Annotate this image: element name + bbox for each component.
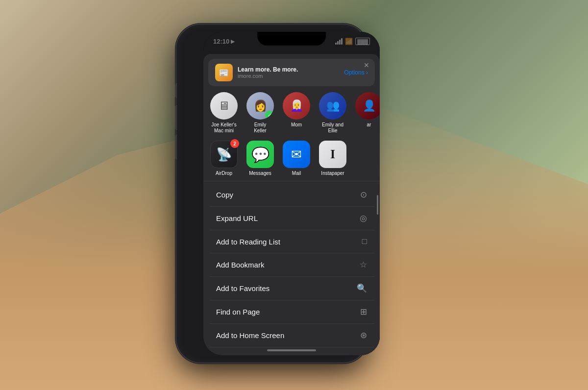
scroll-indicator: [377, 195, 378, 215]
contact-item-group[interactable]: 👥 Emily and Ellie: [318, 92, 347, 134]
ad-icon: 📰: [215, 64, 233, 81]
menu-item-home-screen-label: Add to Home Screen: [216, 331, 284, 340]
contact-name-mac: Joe Keller'sMac mini: [211, 122, 236, 134]
contact-avatar-emily: 👩 ✓: [246, 92, 274, 120]
airdrop-badge: 2: [230, 139, 239, 148]
menu-item-bookmark[interactable]: Add Bookmark ☆: [209, 253, 374, 277]
menu-item-bookmark-label: Add Bookmark: [216, 261, 264, 269]
menu-item-expand-url[interactable]: Expand URL ◎: [209, 207, 374, 230]
menu-item-favorites[interactable]: Add to Favorites 🔍: [209, 277, 374, 300]
bottom-handle: [267, 349, 316, 351]
app-item-mail[interactable]: ✉ Mail: [282, 141, 311, 176]
copy-icon: ⊙: [360, 190, 367, 200]
contact-item-mac[interactable]: 🖥 Joe Keller'sMac mini: [209, 92, 239, 134]
ar-avatar-img: 👤: [363, 99, 376, 112]
mail-app-icon: ✉: [283, 141, 310, 168]
ad-text-area: Learn more. Be more. imore.com: [238, 66, 339, 79]
volume-down-button: [175, 135, 177, 159]
contact-avatar-mac: 🖥: [210, 92, 238, 120]
contact-avatar-group: 👥: [319, 92, 346, 120]
instapaper-app-icon: I: [319, 141, 346, 168]
instapaper-app-label: Instapaper: [321, 171, 344, 176]
messages-app-icon: 💬: [246, 141, 274, 168]
phone-device: 12:10 ▶ 📶 ▓▓▓: [157, 24, 392, 367]
volume-up-button: [175, 105, 177, 130]
app-item-messages[interactable]: 💬 Messages: [245, 141, 275, 176]
contact-item-emily[interactable]: 👩 ✓ EmilyKeller: [245, 92, 275, 134]
group-avatar-img: 👥: [326, 99, 340, 112]
close-icon: ✕: [364, 61, 369, 69]
menu-item-reading-list-label: Add to Reading List: [216, 238, 280, 246]
reading-list-icon: □: [362, 237, 367, 246]
screen-content: 12:10 ▶ 📶 ▓▓▓: [203, 32, 380, 355]
mac-icon: 🖥: [218, 99, 230, 113]
contacts-row: 🖥 Joe Keller'sMac mini 👩 ✓ Emi: [203, 86, 380, 137]
notch: [257, 32, 326, 46]
airdrop-app-icon: 📡 2: [210, 141, 238, 168]
menu-item-copy-label: Copy: [216, 191, 233, 199]
app-item-instapaper[interactable]: I Instapaper: [318, 141, 347, 176]
emily-avatar-img: 👩: [254, 99, 267, 112]
instapaper-icon-symbol: I: [330, 147, 335, 162]
menu-item-home-screen[interactable]: Add to Home Screen ⊛: [209, 324, 374, 347]
menu-item-markup[interactable]: Markup 🖊: [209, 347, 374, 355]
close-button[interactable]: ✕: [360, 59, 373, 72]
menu-item-copy[interactable]: Copy ⊙: [209, 183, 374, 207]
ad-subtitle: imore.com: [238, 73, 339, 79]
ad-banner[interactable]: 📰 Learn more. Be more. imore.com Options…: [208, 59, 375, 86]
menu-item-reading-list[interactable]: Add to Reading List □: [209, 230, 374, 253]
mom-avatar-img: 👩‍🦳: [290, 99, 303, 112]
share-sheet: ✕ 📰 Learn more. Be more. imore.com Optio…: [203, 54, 380, 355]
menu-item-favorites-label: Add to Favorites: [216, 284, 270, 292]
mute-button: [175, 83, 177, 98]
expand-url-icon: ◎: [360, 213, 367, 223]
home-screen-icon: ⊛: [360, 330, 367, 341]
contact-item-ar[interactable]: 👤 ar: [354, 92, 380, 134]
menu-section: Copy ⊙ Expand URL ◎ Add to Reading List …: [203, 181, 380, 355]
menu-item-find[interactable]: Find on Page ⊞: [209, 300, 374, 324]
messages-app-label: Messages: [249, 171, 271, 176]
favorites-icon: 🔍: [357, 283, 367, 293]
contact-name-emily: EmilyKeller: [254, 122, 267, 134]
contact-name-ar: ar: [367, 122, 371, 128]
messages-badge: ✓: [265, 111, 274, 120]
bookmark-icon: ☆: [360, 260, 367, 270]
messages-icon-symbol: 💬: [251, 146, 270, 163]
airdrop-app-label: AirDrop: [216, 171, 232, 176]
airdrop-icon-symbol: 📡: [216, 147, 232, 162]
markup-icon: 🖊: [359, 354, 367, 355]
contact-name-group: Emily and Ellie: [318, 122, 347, 134]
menu-item-markup-label: Markup: [216, 355, 241, 356]
mail-app-label: Mail: [292, 171, 301, 176]
contact-avatar-mom: 👩‍🦳: [283, 92, 310, 120]
menu-item-find-label: Find on Page: [216, 308, 260, 316]
menu-item-expand-url-label: Expand URL: [216, 214, 258, 222]
apps-row: 📡 2 AirDrop 💬 Messages: [203, 137, 380, 181]
contact-avatar-ar: 👤: [355, 92, 380, 120]
ad-title: Learn more. Be more.: [238, 66, 339, 73]
ad-icon-image: 📰: [219, 68, 229, 77]
mail-icon-symbol: ✉: [291, 147, 302, 162]
find-icon: ⊞: [360, 307, 367, 317]
contact-item-mom[interactable]: 👩‍🦳 Mom: [282, 92, 311, 134]
phone-body: 12:10 ▶ 📶 ▓▓▓: [176, 24, 368, 363]
contact-name-mom: Mom: [291, 122, 302, 128]
app-item-airdrop[interactable]: 📡 2 AirDrop: [209, 141, 239, 176]
phone-screen: 12:10 ▶ 📶 ▓▓▓: [203, 32, 380, 355]
messages-badge-icon: ✓: [268, 112, 272, 119]
